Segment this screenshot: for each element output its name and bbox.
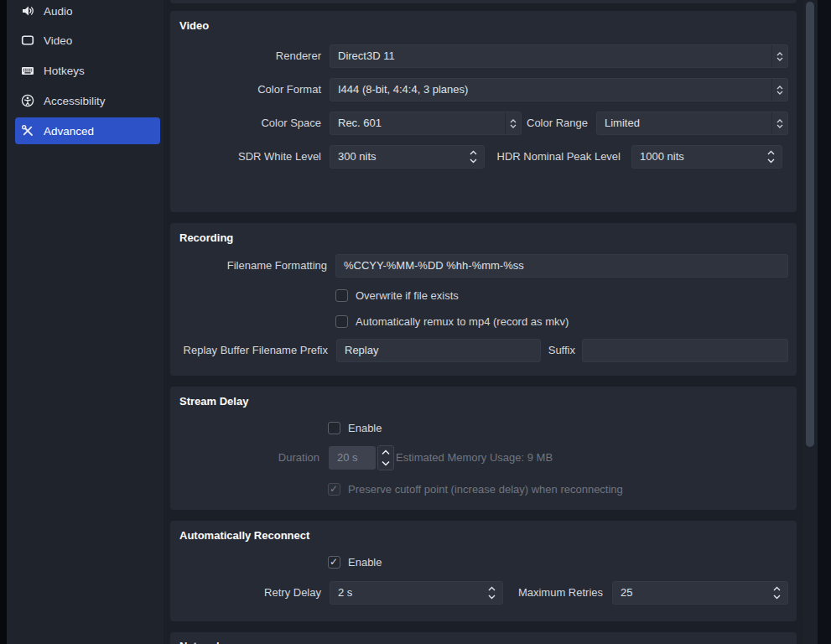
filename-formatting-input[interactable]: %CCYY-%MM-%DD %hh-%mm-%ss (335, 254, 788, 278)
settings-content: Video Renderer Direct3D 11 Color Format … (164, 0, 803, 644)
duration-spinbox: 20 s (329, 446, 394, 470)
combo-arrows-icon[interactable] (771, 79, 787, 101)
sidebar-item-hotkeys[interactable]: Hotkeys (15, 57, 160, 84)
estimated-memory-text: Estimated Memory Usage: 9 MB (396, 446, 553, 470)
network-section-title: Network (179, 640, 222, 644)
sdr-white-level-label: SDR White Level (170, 145, 321, 169)
checkbox-box (335, 315, 348, 328)
max-retries-value: 25 (621, 586, 632, 599)
accessibility-icon (21, 94, 34, 107)
checkbox-box (335, 289, 348, 302)
spin-up-icon (382, 449, 390, 455)
color-space-select[interactable]: Rec. 601 (330, 112, 522, 135)
video-section-title: Video (179, 19, 209, 32)
sidebar-item-accessibility[interactable]: Accessibility (15, 87, 160, 114)
color-format-value: I444 (8-bit, 4:4:4, 3 planes) (338, 83, 468, 96)
sidebar-item-label: Video (44, 34, 72, 47)
overwrite-checkbox-label: Overwrite if file exists (356, 289, 459, 302)
hdr-peak-level-value: 1000 nits (640, 150, 684, 163)
video-section: Video Renderer Direct3D 11 Color Format … (170, 11, 797, 212)
network-section: Network (170, 632, 797, 644)
color-space-value: Rec. 601 (338, 117, 382, 129)
scrollbar[interactable] (803, 0, 818, 644)
tools-icon (21, 124, 34, 138)
duration-value: 20 s (329, 446, 376, 470)
settings-sidebar: Audio Video Hotkeys Accessibility Advanc… (7, 0, 164, 644)
sidebar-item-video[interactable]: Video (15, 27, 160, 54)
sidebar-item-label: Advanced (44, 125, 94, 138)
retry-delay-value: 2 s (338, 586, 352, 599)
sidebar-item-label: Audio (44, 5, 73, 18)
color-range-value: Limited (605, 117, 640, 129)
recording-section: Recording Filename Formatting %CCYY-%MM-… (170, 223, 797, 376)
renderer-select[interactable]: Direct3D 11 (330, 44, 788, 68)
remux-checkbox-label: Automatically remux to mp4 (record as mk… (356, 315, 569, 328)
duration-label: Duration (170, 446, 319, 470)
combo-arrows-icon[interactable] (771, 45, 787, 67)
stream-delay-enable-label: Enable (348, 422, 382, 434)
preserve-cutoff-checkbox: Preserve cutoff point (increase delay) w… (328, 482, 623, 496)
hdr-peak-level-spinbox[interactable]: 1000 nits (631, 145, 782, 169)
max-retries-spinbox[interactable]: 25 (612, 581, 788, 605)
checkbox-box (328, 556, 340, 569)
sdr-white-level-value: 300 nits (338, 150, 377, 163)
overwrite-checkbox[interactable]: Overwrite if file exists (335, 288, 459, 302)
retry-delay-label: Retry Delay (170, 581, 321, 605)
recording-section-title: Recording (179, 231, 233, 244)
spin-up-icon (767, 150, 775, 155)
window-right-edge (818, 0, 831, 644)
previous-section-edge (170, 0, 797, 3)
sidebar-item-advanced[interactable]: Advanced (15, 117, 160, 144)
combo-arrows-icon[interactable] (505, 112, 521, 134)
color-range-select[interactable]: Limited (596, 112, 788, 135)
max-retries-label: Maximum Retries (477, 581, 603, 605)
remux-checkbox[interactable]: Automatically remux to mp4 (record as mk… (335, 314, 569, 328)
filename-formatting-label: Filename Formatting (170, 254, 327, 278)
stream-delay-section: Stream Delay Enable Duration 20 s Estima… (170, 387, 797, 510)
replay-prefix-label: Replay Buffer Filename Prefix (170, 339, 328, 362)
auto-reconnect-section-title: Automatically Reconnect (179, 529, 309, 542)
spin-up-icon (773, 586, 781, 591)
reconnect-enable-checkbox[interactable]: Enable (328, 555, 382, 569)
speaker-icon (21, 4, 34, 18)
preserve-cutoff-label: Preserve cutoff point (increase delay) w… (348, 483, 623, 496)
stream-delay-enable-checkbox[interactable]: Enable (328, 421, 382, 434)
checkbox-box (328, 422, 340, 434)
stream-delay-section-title: Stream Delay (179, 395, 248, 408)
sidebar-item-label: Hotkeys (44, 65, 85, 77)
display-icon (21, 34, 34, 47)
spin-down-icon (773, 595, 781, 600)
duration-spin-buttons[interactable] (377, 445, 394, 470)
reconnect-enable-label: Enable (348, 556, 382, 569)
checkbox-box (328, 483, 340, 496)
combo-arrows-icon[interactable] (771, 112, 787, 134)
suffix-label: Suffix (538, 339, 575, 362)
sidebar-item-audio[interactable]: Audio (15, 0, 160, 24)
keyboard-icon (21, 64, 34, 77)
color-range-label: Color Range (521, 112, 588, 135)
spin-down-icon (767, 158, 775, 164)
window-left-edge (0, 0, 7, 644)
spin-down-icon (382, 460, 390, 466)
hdr-peak-level-label: HDR Nominal Peak Level (453, 145, 621, 169)
scrollbar-thumb[interactable] (806, 2, 814, 447)
color-format-select[interactable]: I444 (8-bit, 4:4:4, 3 planes) (330, 78, 788, 101)
sidebar-item-label: Accessibility (44, 95, 106, 107)
renderer-value: Direct3D 11 (338, 49, 395, 62)
replay-prefix-input[interactable]: Replay (336, 339, 541, 362)
auto-reconnect-section: Automatically Reconnect Enable Retry Del… (170, 521, 797, 621)
color-format-label: Color Format (170, 78, 321, 101)
color-space-label: Color Space (170, 112, 321, 135)
suffix-input[interactable] (582, 339, 788, 362)
renderer-label: Renderer (170, 44, 321, 68)
